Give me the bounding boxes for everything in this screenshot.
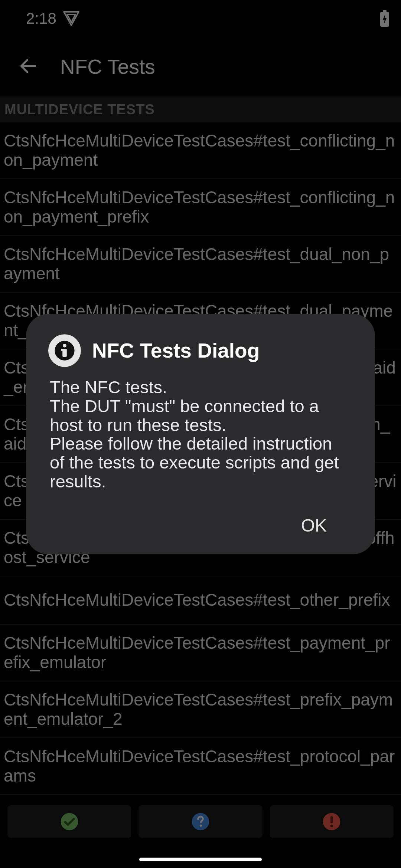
nfc-tests-dialog: NFC Tests Dialog The NFC tests. The DUT …	[26, 314, 375, 554]
svg-point-9	[63, 344, 66, 348]
dialog-title: NFC Tests Dialog	[92, 339, 260, 362]
dialog-header: NFC Tests Dialog	[48, 334, 353, 367]
dialog-body-text: The NFC tests. The DUT "must" be connect…	[48, 378, 353, 491]
dialog-actions: OK	[48, 512, 353, 539]
ok-button[interactable]: OK	[294, 512, 334, 539]
svg-rect-11	[61, 349, 64, 351]
info-icon	[48, 334, 81, 367]
gesture-bar[interactable]	[139, 858, 262, 861]
